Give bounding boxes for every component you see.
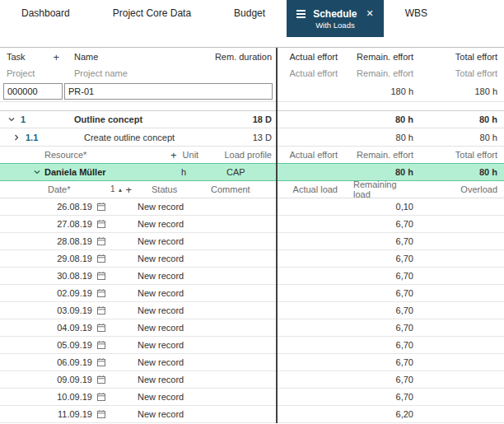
calendar-icon[interactable] (92, 254, 110, 263)
actual-load-column-header: Actual load (278, 184, 342, 194)
resource-total-effort-header: Total effort (418, 150, 504, 160)
calendar-icon[interactable] (92, 375, 110, 384)
schedule-page: Dashboard Project Core Data Budget Sched… (0, 0, 504, 424)
tab-schedule-label: Schedule (313, 8, 357, 20)
remaining-load-cell[interactable]: 6,70 (342, 305, 418, 315)
project-row: 180 h 180 h (0, 81, 504, 102)
load-table-header: Date* 1▲ + Status Comment Actual load Re… (0, 181, 504, 198)
date-cell[interactable]: 26.08.19 (41, 202, 92, 212)
resource-load-profile: CAP (208, 167, 278, 177)
overload-column-header: Overload (418, 184, 504, 194)
date-cell[interactable]: 10.09.19 (41, 392, 92, 402)
task-row-1[interactable]: 1 Outline concept 18 D 80 h 80 h (0, 110, 504, 128)
calendar-icon[interactable] (92, 323, 110, 333)
remaining-load-cell[interactable]: 6,70 (342, 392, 418, 402)
project-total-effort-label: Total effort (418, 68, 504, 78)
chevron-down-icon[interactable] (7, 115, 16, 123)
load-row: 06.09.19 New record 6 (0, 354, 504, 371)
calendar-icon[interactable] (92, 271, 110, 281)
total-effort-column-header: Total effort (418, 52, 504, 62)
date-cell[interactable]: 03.09.19 (41, 305, 92, 315)
remaining-load-cell[interactable]: 0,10 (342, 202, 418, 212)
date-cell[interactable]: 04.09.19 (41, 323, 92, 333)
remaining-load-cell[interactable]: 6,70 (342, 288, 418, 298)
remaining-load-cell[interactable]: 6,70 (342, 357, 418, 367)
date-cell[interactable]: 28.08.19 (41, 236, 92, 246)
tab-wbs[interactable]: WBS (384, 0, 449, 26)
date-cell[interactable]: 06.09.19 (41, 357, 92, 367)
date-column-header: Date* (41, 184, 92, 194)
tab-budget[interactable]: Budget (212, 0, 287, 26)
date-cell[interactable]: 27.08.19 (41, 219, 92, 229)
calendar-icon[interactable] (92, 288, 110, 298)
remaining-load-cell[interactable]: 6,20 (342, 409, 418, 419)
resource-unit: h (170, 167, 186, 177)
project-number-input[interactable] (3, 83, 63, 100)
tab-project-core-data[interactable]: Project Core Data (91, 0, 212, 26)
task-column-header: Task (7, 52, 26, 62)
calendar-icon[interactable] (92, 236, 110, 246)
load-row: 03.09.19 New record 6 (0, 302, 504, 319)
task-remain-effort: 80 h (342, 114, 418, 124)
load-row: 30.08.19 New record 6 (0, 268, 504, 285)
date-cell[interactable]: 05.09.19 (41, 340, 92, 350)
load-row: 27.08.19 New record 6 (0, 216, 504, 233)
project-name-input[interactable] (64, 83, 273, 100)
remain-effort-column-header: Remain. effort (342, 52, 418, 62)
remaining-load-cell[interactable]: 6,70 (342, 219, 418, 229)
project-subheader: Project Project name Actual effort Remai… (0, 66, 504, 81)
calendar-icon[interactable] (92, 305, 110, 315)
task-row-1-1[interactable]: 1.1 Create outline concept 13 D 80 h 80 … (0, 128, 504, 147)
project-label: Project (0, 68, 64, 78)
task-number[interactable]: 1 (21, 114, 26, 124)
add-load-row-icon[interactable]: + (126, 184, 133, 195)
resource-actual-effort-header: Actual effort (278, 150, 342, 160)
remaining-load-cell[interactable]: 6,70 (342, 236, 418, 246)
remaining-load-cell[interactable]: 6,70 (342, 340, 418, 350)
add-task-icon[interactable]: + (53, 52, 59, 63)
status-cell: New record (135, 202, 211, 212)
task-rem-duration: 18 D (205, 114, 278, 124)
add-resource-icon[interactable]: + (170, 150, 177, 161)
sort-ascending-icon[interactable]: 1 (110, 185, 115, 193)
calendar-icon[interactable] (92, 357, 110, 367)
calendar-icon[interactable] (92, 219, 110, 229)
menu-icon[interactable] (296, 10, 306, 18)
name-column-header: Name (64, 52, 205, 62)
task-number[interactable]: 1.1 (26, 133, 38, 142)
resource-column-header: Resource* (44, 150, 166, 160)
calendar-icon[interactable] (92, 392, 110, 402)
calendar-icon[interactable] (92, 202, 110, 212)
spacer (0, 37, 504, 47)
tab-schedule[interactable]: Schedule ✕ With Loads (287, 0, 384, 37)
task-name: Create outline concept (64, 133, 205, 142)
tab-dashboard[interactable]: Dashboard (0, 0, 91, 26)
chevron-right-icon[interactable] (12, 133, 21, 142)
project-remain-effort-label: Remain. effort (342, 68, 418, 78)
date-cell[interactable]: 02.09.19 (41, 288, 92, 298)
rem-duration-column-header: Rem. duration (205, 52, 278, 62)
task-name: Outline concept (64, 114, 205, 124)
date-cell[interactable]: 09.09.19 (41, 375, 92, 384)
status-cell: New record (135, 340, 211, 350)
date-cell[interactable]: 11.09.19 (41, 409, 92, 419)
project-remain-effort-value: 180 h (342, 86, 418, 96)
date-cell[interactable]: 30.08.19 (41, 271, 92, 281)
status-cell: New record (135, 392, 211, 402)
load-row: 04.09.19 New record 6 (0, 319, 504, 337)
close-icon[interactable]: ✕ (366, 9, 374, 18)
resource-total-effort: 80 h (418, 167, 504, 177)
calendar-icon[interactable] (92, 409, 110, 419)
date-cell[interactable]: 29.08.19 (41, 254, 92, 263)
status-cell: New record (135, 236, 211, 246)
load-row: 28.08.19 New record 6 (0, 233, 504, 250)
calendar-icon[interactable] (92, 340, 110, 350)
resource-row[interactable]: Daniela Müller h CAP 80 h 80 h (0, 163, 504, 181)
remaining-load-cell[interactable]: 6,70 (342, 375, 418, 384)
chevron-down-icon[interactable] (32, 168, 42, 176)
remaining-load-cell[interactable]: 6,70 (342, 323, 418, 333)
task-remain-effort: 80 h (342, 133, 418, 142)
column-divider (276, 48, 278, 423)
remaining-load-cell[interactable]: 6,70 (342, 254, 418, 263)
remaining-load-cell[interactable]: 6,70 (342, 271, 418, 281)
